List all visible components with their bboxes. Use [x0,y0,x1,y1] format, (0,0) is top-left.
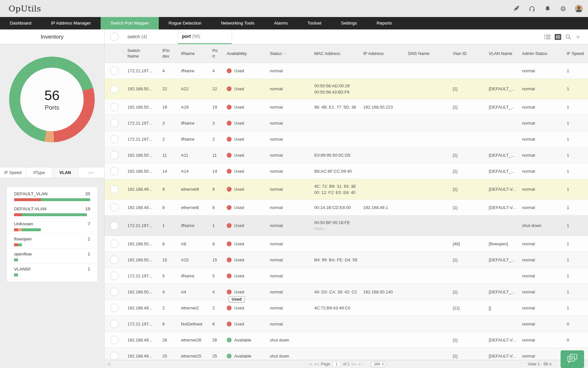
table-row[interactable]: 192.168.50...11A1111UsednormalE0:69:95:5… [105,147,588,163]
column-header-vlan_name[interactable]: VLAN Name [485,51,519,56]
sidebar-tab-more[interactable]: ••• [78,167,104,178]
bell-icon[interactable] [544,5,551,12]
vlan-item[interactable]: DEFAULT-VLAN19 [7,203,97,219]
row-radio[interactable] [110,255,119,264]
row-radio[interactable] [110,135,119,143]
page-size-select[interactable]: 100 ▲▼ [371,361,386,367]
page-input[interactable] [333,361,340,367]
grid-view-icon[interactable] [555,34,561,40]
column-header-ifindex[interactable]: IFIn dex [159,48,178,59]
nav-item-alarms[interactable]: Alarms [264,17,298,29]
table-row[interactable]: 192.168.50...14A1414UsednormalB8:AC:6F:C… [105,163,588,179]
nav-item-switch-port-mapper[interactable]: Switch Port Mapper [101,17,159,29]
row-radio[interactable] [110,167,119,175]
column-header-ifname[interactable]: IfName [178,51,209,56]
search-icon[interactable] [565,34,571,40]
cell-vlan-id: [1] [449,204,485,211]
vlan-item-head: UnKnown7 [14,221,90,226]
vlan-item[interactable]: UnKnown7 [7,219,97,234]
table-row[interactable]: 192.168.50...4A44Usednormal44: D3: CA: 3… [105,284,588,300]
table-row[interactable]: 192.168.49...8ethernet88Usednormal00:14:… [105,200,588,216]
column-header-ip[interactable]: IP Address [360,51,405,56]
row-radio[interactable] [110,151,119,159]
table-row[interactable]: 172.21.197...5ifName5Usednormalnormal1 [105,268,588,284]
next-page-icon[interactable]: ▶▶ [351,362,357,366]
cell-ifname: ethernet25 [178,353,209,359]
table-row[interactable]: 192.168.50...8A88Usednormal[48][flowopen… [105,236,588,252]
column-header-availability[interactable]: Availability [223,51,267,56]
row-radio[interactable] [110,352,119,360]
availability-dot-icon [227,121,232,126]
table-row[interactable]: 192.168.49...26ethernet2626Availableshut… [105,332,588,348]
vlan-item[interactable]: DEFAULT_VLAN20 [7,188,97,203]
row-radio[interactable] [110,221,119,230]
vlan-item[interactable]: VLAN501 [7,264,97,278]
column-header-port[interactable]: Po rt [209,48,223,59]
vlan-item[interactable]: flowopen2 [7,234,97,249]
sidebar-tab-if-speed[interactable]: IF Speed [0,167,26,178]
row-radio[interactable] [110,203,119,212]
table-body: 172.21.197...4ifName4Usednormalnormal119… [105,63,588,368]
nav-item-dashboard[interactable]: Dashboard [0,17,41,29]
table-row[interactable]: 192.168.50...19A1919Usednormal98: 4B: E1… [105,99,588,115]
column-header-switch_name[interactable]: Switch Name [124,48,159,59]
table-row[interactable]: 192.168.50...15A1515UsednormalB4: 99: BA… [105,252,588,268]
row-radio[interactable] [110,288,119,296]
vlan-item[interactable]: openflow1 [7,249,97,264]
nav-item-toolset[interactable]: Toolset [298,17,331,29]
row-radio[interactable] [110,336,119,344]
column-header-speed[interactable]: IF Speed [564,51,588,56]
prev-page-icon[interactable]: ◀◀ [314,362,319,366]
table-row[interactable]: 172.21.197...1ifName1Usednormal00:50:BF:… [105,216,588,236]
user-avatar[interactable] [575,5,583,12]
nav-item-settings[interactable]: Settings [331,17,367,29]
cell-switch-name: 192.168.50... [124,168,159,174]
cell-availability: Used [223,68,267,74]
rocket-icon[interactable] [512,5,520,12]
first-page-icon[interactable]: ❘◀ [306,362,312,366]
sort-icon[interactable]: ▲ [284,52,286,55]
sidebar-tab-vlan[interactable]: VLAN [52,167,78,178]
chat-button[interactable] [561,350,584,368]
table-row[interactable]: 172.21.197...3ifName3Usednormalnormal1 [105,115,588,131]
list-view-icon[interactable] [544,34,550,40]
footer-search-icon[interactable] [107,362,111,366]
table-row[interactable]: 192.168.50...22A2222Usednormal00:50:56:A… [105,79,588,99]
row-radio[interactable] [110,185,119,194]
row-radio[interactable] [110,85,119,93]
table-row[interactable]: 192.168.49...2ethernet22Usednormal4C:72:… [105,300,588,316]
headset-icon[interactable] [528,5,536,12]
tab-switch[interactable]: switch (4) [127,29,147,44]
table-row[interactable]: 192.168.49...9ethernet99Usednormal4C: 72… [105,179,588,200]
table-row[interactable]: 172.21.197...6NotDefined6Usednormalnorma… [105,316,588,332]
nav-item-reports[interactable]: Reports [367,17,402,29]
cell-if-speed: 0 [564,337,588,343]
sidebar-tab-iftype[interactable]: IfType [26,167,52,178]
column-header-admin[interactable]: Admin Status [519,51,564,56]
add-icon[interactable]: + [576,34,580,40]
nav-item-ip-address-manager[interactable]: IP Address Manager [41,17,101,29]
select-all-radio[interactable] [110,32,119,41]
row-radio[interactable] [110,66,119,75]
column-header-vlan_id[interactable]: Vlan ID [449,51,485,56]
column-header-dns[interactable]: DNS Name [405,51,449,56]
cell-if-speed: 1 [564,289,588,295]
table-row[interactable]: 172.21.197...4ifName4Usednormalnormal1 [105,63,588,79]
row-radio[interactable] [110,239,119,248]
nav-item-rogue-detection[interactable]: Rogue Detection [159,17,211,29]
tab-port[interactable]: port (56) [178,29,232,44]
row-radio[interactable] [110,103,119,111]
cell-status: normal [267,305,311,311]
row-radio[interactable] [110,320,119,328]
nav-item-networking-tools[interactable]: Networking Tools [211,17,265,29]
cell-admin-status: normal [519,337,564,343]
row-radio[interactable] [110,304,119,312]
last-page-icon[interactable]: ▶❘ [359,362,364,366]
gear-icon[interactable]: ⚙ [559,5,567,12]
row-radio[interactable] [110,272,119,280]
column-header-status[interactable]: Status▲ [267,51,311,56]
more-link[interactable]: more... [314,226,360,232]
table-row[interactable]: 172.21.197...2ifName2Usednormalnormal1 [105,131,588,147]
row-radio[interactable] [110,119,119,127]
column-header-mac[interactable]: MAC Address [311,51,360,56]
